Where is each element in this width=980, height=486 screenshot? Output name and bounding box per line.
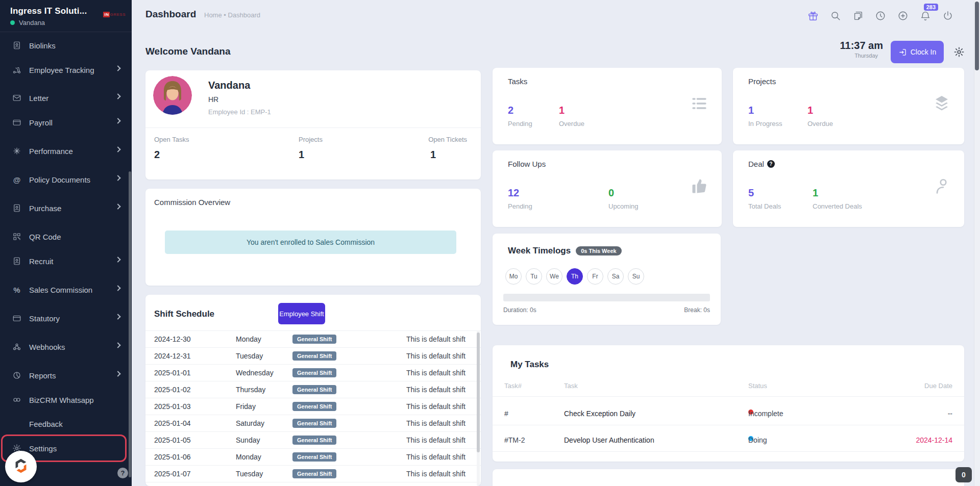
- my-tasks-card: My Tasks Task# Task Status Due Date # Ch…: [493, 345, 964, 462]
- shift-badge: General Shift: [292, 385, 336, 394]
- shift-row[interactable]: 2024-12-30MondayGeneral ShiftThis is def…: [145, 330, 481, 347]
- chevron-right-icon: [115, 285, 120, 291]
- task-list-icon: [690, 94, 708, 113]
- tasks-pending-label: Pending: [508, 120, 532, 127]
- tasks-stat-card[interactable]: Tasks 2 Pending 1 Overdue: [493, 68, 722, 144]
- shift-row[interactable]: 2025-01-08WednesdayGeneral ShiftThis is …: [145, 482, 481, 486]
- day-pill-th-active[interactable]: Th: [567, 268, 583, 285]
- chevron-right-icon: [115, 65, 120, 71]
- day-pill-we[interactable]: We: [546, 268, 562, 285]
- sidebar-item-performance[interactable]: Performance: [0, 141, 132, 161]
- open-tasks-value: 2: [154, 149, 160, 161]
- gift-icon[interactable]: [807, 10, 819, 21]
- day-pill-su[interactable]: Su: [628, 268, 644, 285]
- sidebar-item-recruit[interactable]: Recruit: [0, 251, 132, 271]
- notification-count-badge: 283: [924, 4, 938, 11]
- sidebar-item-biolinks[interactable]: Biolinks: [0, 35, 132, 56]
- help-icon[interactable]: ?: [117, 468, 128, 478]
- tasks-card-title: Tasks: [508, 77, 527, 86]
- deal-help-icon[interactable]: ?: [767, 160, 775, 168]
- plus-circle-icon[interactable]: [897, 10, 909, 21]
- search-icon[interactable]: [830, 10, 841, 21]
- sidebar-item-reports[interactable]: Reports: [0, 365, 132, 386]
- shift-badge: General Shift: [292, 335, 336, 344]
- projects-label: Projects: [299, 136, 323, 143]
- sidebar-item-webhooks[interactable]: Webhooks: [0, 337, 132, 357]
- weekday-selector: Mo Tu We Th Fr Sa Su: [505, 268, 644, 285]
- next-card-partial: [493, 469, 964, 486]
- avatar[interactable]: [153, 76, 192, 115]
- sidebar-item-payroll[interactable]: Payroll: [0, 112, 132, 133]
- topbar: Dashboard Home • Dashboard 283: [132, 0, 974, 32]
- open-tickets-label: Open Tickets: [428, 136, 467, 143]
- shift-row[interactable]: 2025-01-01WednesdayGeneral ShiftThis is …: [145, 364, 481, 381]
- deal-total-label: Total Deals: [748, 202, 781, 210]
- shift-row[interactable]: 2025-01-06MondayGeneral ShiftThis is def…: [145, 448, 481, 465]
- dashboard-settings-gear-icon[interactable]: [953, 46, 965, 58]
- deal-card-title: Deal ?: [748, 160, 775, 168]
- projects-inprogress-label: In Progress: [748, 120, 782, 127]
- chevron-right-icon: [115, 314, 120, 319]
- pie-chart-icon: [12, 371, 21, 380]
- commission-overview-card: Commission Overview You aren't enrolled …: [145, 189, 481, 286]
- day-pill-mo[interactable]: Mo: [505, 268, 522, 285]
- chevron-right-icon: [115, 175, 120, 181]
- sidebar: Ingress IT Soluti... Vandana INGRESS Bio…: [0, 0, 132, 486]
- shift-row[interactable]: 2025-01-02ThursdayGeneral ShiftThis is d…: [145, 381, 481, 398]
- break-label: Break: 0s: [684, 306, 710, 314]
- shift-row[interactable]: 2025-01-04SaturdayGeneral ShiftThis is d…: [145, 415, 481, 431]
- shift-row[interactable]: 2025-01-05SundayGeneral ShiftThis is def…: [145, 431, 481, 448]
- shift-row[interactable]: 2025-01-03FridayGeneral ShiftThis is def…: [145, 398, 481, 415]
- notes-icon[interactable]: [852, 10, 864, 21]
- shift-badge: General Shift: [292, 452, 336, 462]
- sidebar-item-letter[interactable]: Letter: [0, 88, 132, 108]
- shift-table-scrollbar-thumb[interactable]: [477, 332, 480, 452]
- sidebar-item-sales-commission[interactable]: % Sales Commission: [0, 279, 132, 300]
- page-scrollbar-thumb[interactable]: [975, 2, 979, 70]
- projects-stat-card[interactable]: Projects 1 In Progress 1 Overdue: [733, 68, 964, 144]
- projects-value: 1: [299, 149, 304, 161]
- sidebar-item-qr-code[interactable]: QR Code: [0, 226, 132, 247]
- chevron-right-icon: [115, 342, 120, 348]
- deal-total-value: 5: [748, 187, 754, 199]
- person-icon: [933, 177, 951, 195]
- followups-stat-card[interactable]: Follow Ups 12 Pending 0 Upcoming: [493, 150, 722, 227]
- sidebar-item-feedback[interactable]: Feedback: [0, 414, 132, 434]
- commission-info-message: You aren't enrolled to Sales Commission: [165, 231, 456, 254]
- sidebar-item-bizcrm-whatsapp[interactable]: BizCRM Whatsapp: [0, 390, 132, 410]
- sidebar-item-employee-tracking[interactable]: Employee Tracking: [0, 60, 132, 80]
- app-logo[interactable]: [5, 451, 37, 482]
- clock-icon[interactable]: [875, 10, 886, 21]
- day-pill-tu[interactable]: Tu: [526, 268, 542, 285]
- online-status-dot: [10, 20, 15, 25]
- shift-row[interactable]: 2025-01-07TuesdayGeneral ShiftThis is de…: [145, 465, 481, 482]
- followups-pending-value: 12: [508, 187, 519, 199]
- profile-employee-id: Employee Id : EMP-1: [208, 108, 271, 116]
- day-pill-fr[interactable]: Fr: [587, 268, 603, 285]
- chevron-right-icon: [115, 93, 120, 99]
- day-pill-sa[interactable]: Sa: [607, 268, 624, 285]
- breadcrumb[interactable]: Home • Dashboard: [204, 11, 260, 19]
- sidebar-item-label: Feedback: [29, 420, 63, 428]
- sidebar-item-label: Purchase: [29, 204, 61, 213]
- page-title: Dashboard: [145, 9, 196, 20]
- page-scrollbar[interactable]: [974, 0, 980, 486]
- employee-shift-button[interactable]: Employee Shift: [278, 303, 325, 324]
- deal-converted-label: Converted Deals: [813, 202, 862, 210]
- chat-widget-badge[interactable]: 0: [955, 467, 972, 482]
- wallet-icon: [12, 314, 21, 323]
- shift-row[interactable]: 2024-12-31TuesdayGeneral ShiftThis is de…: [145, 347, 481, 364]
- sidebar-user-name: Vandana: [19, 19, 45, 27]
- divider: [493, 425, 964, 425]
- sidebar-item-statutory[interactable]: Statutory: [0, 308, 132, 328]
- tasks-overdue-label: Overdue: [559, 120, 584, 127]
- current-time: 11:37 am Thursday: [832, 40, 883, 59]
- clock-in-button[interactable]: Clock In: [891, 41, 944, 63]
- sidebar-item-policy-documents[interactable]: @ Policy Documents: [0, 169, 132, 190]
- welcome-heading: Welcome Vandana: [145, 46, 231, 57]
- power-icon[interactable]: [942, 10, 953, 21]
- deal-stat-card[interactable]: Deal ? 5 Total Deals 1 Converted Deals: [733, 150, 964, 227]
- bell-icon[interactable]: 283: [920, 10, 931, 21]
- sidebar-item-purchase[interactable]: Purchase: [0, 198, 132, 218]
- sidebar-scrollbar[interactable]: [129, 171, 131, 477]
